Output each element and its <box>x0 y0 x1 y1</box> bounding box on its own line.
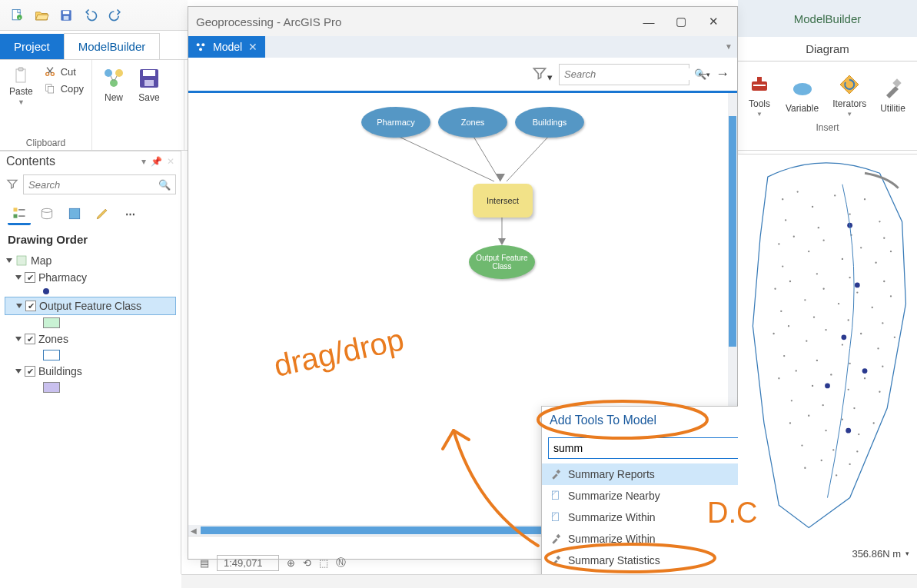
layer-output-feature-class[interactable]: ✔Output Feature Class <box>5 297 176 315</box>
qat-save-icon[interactable] <box>55 5 77 25</box>
svg-point-102 <box>882 322 883 324</box>
svg-point-57 <box>890 251 892 252</box>
tool-item[interactable]: Summary Statistics <box>542 550 768 571</box>
map-node[interactable]: Map <box>5 252 176 269</box>
filter-icon[interactable] <box>6 178 18 192</box>
window-maximize-icon[interactable]: ▢ <box>665 10 697 33</box>
svg-marker-34 <box>496 174 505 181</box>
svg-point-48 <box>864 198 866 200</box>
model-input-buildings[interactable]: Buildings <box>515 107 584 138</box>
qat-new-icon[interactable]: + <box>6 5 28 25</box>
layer-zones[interactable]: ✔Zones <box>5 331 176 347</box>
svg-point-43 <box>782 198 783 200</box>
svg-point-54 <box>842 258 843 260</box>
context-tab-modelbuilder[interactable]: ModelBuilder <box>738 0 917 37</box>
ctab-list-by-drawing[interactable] <box>8 202 31 225</box>
svg-rect-4 <box>63 11 69 14</box>
scale-input[interactable]: 1:49,071 <box>217 555 279 571</box>
svg-point-117 <box>825 384 830 389</box>
model-output-feature-class[interactable]: Output Feature Class <box>469 245 535 279</box>
svg-rect-6 <box>16 69 25 82</box>
layer-pharmacy[interactable]: ✔Pharmacy <box>5 269 176 286</box>
contents-search-input[interactable]: 🔍 <box>23 174 176 194</box>
tool-item[interactable]: Summarize Nearby <box>542 485 768 507</box>
model-input-pharmacy[interactable]: Pharmacy <box>361 107 430 138</box>
new-model-button[interactable]: New <box>97 63 131 106</box>
qat-open-icon[interactable] <box>31 5 52 25</box>
copy-button[interactable]: Copy <box>39 80 88 97</box>
pane-options-icon[interactable]: ▾ <box>141 156 146 167</box>
qat-undo-icon[interactable] <box>80 5 101 25</box>
nav-back-icon[interactable]: ← <box>696 66 709 82</box>
svg-point-95 <box>782 265 783 267</box>
paste-button[interactable]: Paste ▼ <box>5 63 38 109</box>
layer-buildings[interactable]: ✔Buildings <box>5 363 176 380</box>
ctab-selection[interactable] <box>63 202 86 225</box>
footer-icon[interactable]: ⟲ <box>303 557 311 569</box>
contents-pane: Contents ▾ 📌 ✕ 🔍 ⋯ Drawing Order Map ✔Ph… <box>0 151 181 574</box>
svg-point-109 <box>853 407 855 409</box>
pane-close-icon[interactable]: ✕ <box>167 156 174 167</box>
paste-label: Paste <box>9 86 33 97</box>
svg-point-88 <box>821 460 822 461</box>
cut-button[interactable]: Cut <box>39 63 88 80</box>
insert-group-label: Insert <box>743 121 912 133</box>
search-icon[interactable]: 🔍 <box>158 179 171 191</box>
symbol-pharmacy[interactable] <box>5 286 176 297</box>
svg-point-100 <box>813 316 815 317</box>
save-model-button[interactable]: Save <box>132 63 166 106</box>
ctab-edit[interactable] <box>91 202 114 225</box>
svg-point-45 <box>812 206 813 208</box>
model-input-zones[interactable]: Zones <box>438 107 507 138</box>
svg-line-32 <box>473 135 500 181</box>
add-tools-search[interactable]: ✕ <box>548 437 762 459</box>
svg-point-61 <box>822 288 824 290</box>
svg-marker-36 <box>498 238 506 245</box>
svg-point-99 <box>780 311 782 312</box>
tool-item[interactable]: Summary Reports <box>542 463 768 485</box>
symbol-buildings[interactable] <box>5 380 176 395</box>
svg-rect-7 <box>18 68 23 71</box>
svg-point-108 <box>822 404 824 406</box>
footer-icon[interactable]: ⬚ <box>319 557 328 569</box>
gp-tab-model[interactable]: Model ✕ <box>188 36 265 58</box>
nav-forward-icon[interactable]: → <box>716 66 729 82</box>
footer-icon[interactable]: ⊕ <box>287 557 295 569</box>
svg-rect-27 <box>17 256 26 265</box>
tab-overflow-icon[interactable]: ▼ <box>725 42 733 51</box>
tab-diagram[interactable]: Diagram <box>738 37 917 61</box>
gp-filter-icon[interactable]: ▾ <box>532 65 553 83</box>
window-minimize-icon[interactable]: — <box>633 10 665 33</box>
ctab-data-source[interactable] <box>35 202 58 225</box>
status-coords: 356.86N m▾ <box>852 545 909 562</box>
svg-point-66 <box>772 333 774 334</box>
svg-point-13 <box>115 69 123 77</box>
tool-item[interactable]: Summarize Within <box>542 507 768 528</box>
iterators-button[interactable]: Iterators▼ <box>828 69 871 121</box>
svg-point-70 <box>842 344 843 345</box>
symbol-zones[interactable] <box>5 347 176 363</box>
pane-pin-icon[interactable]: 📌 <box>151 156 162 167</box>
model-tool-intersect[interactable]: Intersect <box>473 184 533 218</box>
footer-icon[interactable]: Ⓝ <box>336 556 346 570</box>
svg-point-110 <box>801 444 802 446</box>
variable-button[interactable]: Variable <box>781 69 823 121</box>
qat-redo-icon[interactable] <box>105 5 126 25</box>
map-view[interactable] <box>738 154 917 574</box>
layer-tree: Map ✔Pharmacy ✔Output Feature Class ✔Zon… <box>0 251 181 397</box>
gp-titlebar[interactable]: Geoprocessing - ArcGIS Pro — ▢ ✕ <box>188 7 737 36</box>
symbol-ofc[interactable] <box>5 315 176 331</box>
svg-rect-5 <box>64 15 69 19</box>
utilities-button[interactable]: Utilitie <box>875 69 910 121</box>
gp-search-input[interactable]: 🔍▾ <box>559 64 689 85</box>
close-tab-icon[interactable]: ✕ <box>248 41 257 53</box>
svg-point-29 <box>201 43 204 46</box>
tab-modelbuilder[interactable]: ModelBuilder <box>64 33 161 59</box>
tool-item[interactable]: Summarize Within <box>542 528 768 550</box>
window-close-icon[interactable]: ✕ <box>697 10 729 33</box>
drawing-order-header: Drawing Order <box>0 228 181 251</box>
svg-point-76 <box>812 385 813 387</box>
tab-project[interactable]: Project <box>0 34 64 59</box>
ctab-more[interactable]: ⋯ <box>118 202 141 225</box>
tools-button[interactable]: Tools▼ <box>743 69 776 121</box>
